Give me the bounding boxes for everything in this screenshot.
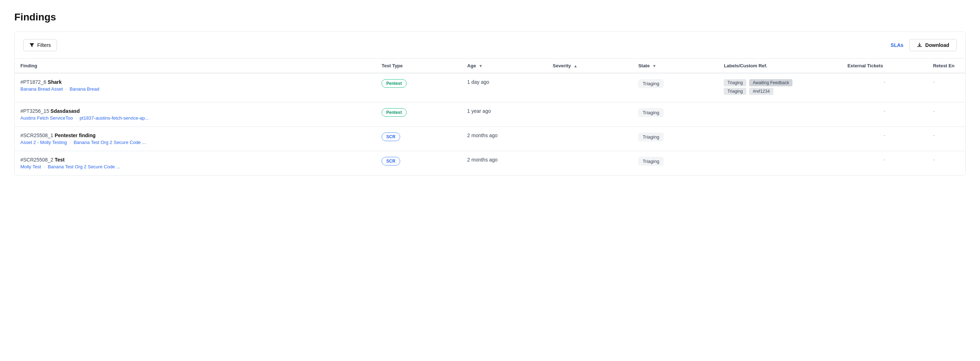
finding-cell-3: #SCR25508_1 Pentester finding Asset 2 - … bbox=[15, 127, 376, 151]
retest-cell-4: - bbox=[928, 151, 965, 176]
table-row: #SCR25508_2 Test Molly Test · Banana Tes… bbox=[15, 151, 965, 176]
severity-cell-4 bbox=[547, 151, 632, 176]
col-header-testtype: Test Type bbox=[376, 59, 461, 73]
finding-link2-3[interactable]: Banana Test Org 2 Secure Code ... bbox=[74, 140, 146, 145]
table-row: #PT3256_15 Sdasdasasd Austins Fetch Serv… bbox=[15, 102, 965, 127]
finding-link2-1[interactable]: Banana Bread bbox=[70, 86, 99, 92]
test-type-badge-1: Pentest bbox=[382, 79, 406, 88]
external-ticket-cell-3: - bbox=[842, 127, 928, 151]
finding-links-3: Asset 2 - Molly Testing · Banana Test Or… bbox=[21, 140, 370, 145]
severity-cell-3 bbox=[547, 127, 632, 151]
table-body: #PT1872_6 Shark Banana Bread Asset · Ban… bbox=[15, 73, 965, 175]
state-badge-4: Triaging bbox=[638, 157, 663, 166]
state-badge-3: Triaging bbox=[638, 133, 663, 141]
toolbar: Filters SLAs Download bbox=[15, 32, 965, 59]
external-ticket-cell-2: - bbox=[842, 102, 928, 127]
test-type-badge-3: SCR bbox=[382, 133, 400, 141]
finding-cell-1: #PT1872_6 Shark Banana Bread Asset · Ban… bbox=[15, 73, 376, 102]
finding-links-4: Molly Test · Banana Test Org 2 Secure Co… bbox=[21, 164, 370, 169]
col-header-retest: Retest En bbox=[928, 59, 965, 73]
age-cell-4: 2 months ago bbox=[461, 151, 547, 176]
finding-title-1: #PT1872_6 Shark bbox=[21, 79, 370, 85]
filter-button[interactable]: Filters bbox=[23, 39, 57, 51]
col-header-external: External Tickets bbox=[842, 59, 928, 73]
slas-link[interactable]: SLAs bbox=[891, 42, 904, 48]
age-cell-3: 2 months ago bbox=[461, 127, 547, 151]
finding-link1-2[interactable]: Austins Fetch ServiceToo bbox=[21, 115, 73, 121]
test-type-badge-4: SCR bbox=[382, 157, 400, 165]
finding-title-4: #SCR25508_2 Test bbox=[21, 157, 370, 163]
col-header-age[interactable]: Age ▼ bbox=[461, 59, 547, 73]
label-tag: Triaging bbox=[724, 88, 746, 95]
table-container: Finding Test Type Age ▼ Severity ▲ bbox=[15, 59, 965, 175]
age-cell-2: 1 year ago bbox=[461, 102, 547, 127]
finding-cell-2: #PT3256_15 Sdasdasasd Austins Fetch Serv… bbox=[15, 102, 376, 127]
finding-link2-4[interactable]: Banana Test Org 2 Secure Code ... bbox=[48, 164, 120, 169]
label-tag: Triaging bbox=[724, 79, 746, 86]
toolbar-left: Filters bbox=[23, 39, 57, 51]
label-tag: Awaiting Feedback bbox=[749, 79, 792, 86]
test-type-cell-1: Pentest bbox=[376, 73, 461, 102]
state-sort-icon: ▼ bbox=[652, 64, 656, 68]
test-type-cell-3: SCR bbox=[376, 127, 461, 151]
age-sort-icon: ▼ bbox=[479, 64, 483, 68]
severity-sort-icon: ▲ bbox=[574, 64, 578, 68]
test-type-cell-2: Pentest bbox=[376, 102, 461, 127]
labels-cell-1: Triaging Awaiting Feedback Triaging #ref… bbox=[718, 73, 842, 102]
download-icon bbox=[916, 42, 923, 48]
finding-link1-3[interactable]: Asset 2 - Molly Testing bbox=[21, 140, 67, 145]
state-cell-3: Triaging bbox=[632, 127, 718, 151]
table-row: #SCR25508_1 Pentester finding Asset 2 - … bbox=[15, 127, 965, 151]
state-badge-1: Triaging bbox=[638, 79, 663, 88]
finding-link2-2[interactable]: pt1837-austins-fetch-service-ap... bbox=[80, 115, 149, 121]
page-container: Findings Filters SLAs Downl bbox=[0, 0, 980, 187]
retest-cell-1: - bbox=[928, 73, 965, 102]
labels-cell-3 bbox=[718, 127, 842, 151]
finding-link1-4[interactable]: Molly Test bbox=[21, 164, 41, 169]
page-title: Findings bbox=[14, 11, 966, 23]
col-header-finding: Finding bbox=[15, 59, 376, 73]
finding-links-1: Banana Bread Asset · Banana Bread bbox=[21, 86, 370, 92]
finding-cell-4: #SCR25508_2 Test Molly Test · Banana Tes… bbox=[15, 151, 376, 176]
col-header-state[interactable]: State ▼ bbox=[632, 59, 718, 73]
finding-title-3: #SCR25508_1 Pentester finding bbox=[21, 133, 370, 138]
findings-card: Filters SLAs Download bbox=[14, 32, 966, 176]
table-header: Finding Test Type Age ▼ Severity ▲ bbox=[15, 59, 965, 73]
state-cell-1: Triaging bbox=[632, 73, 718, 102]
test-type-badge-2: Pentest bbox=[382, 108, 406, 117]
col-header-severity[interactable]: Severity ▲ bbox=[547, 59, 632, 73]
severity-cell-2 bbox=[547, 102, 632, 127]
label-tag: #ref1234 bbox=[749, 88, 773, 95]
table-row: #PT1872_6 Shark Banana Bread Asset · Ban… bbox=[15, 73, 965, 102]
findings-table: Finding Test Type Age ▼ Severity ▲ bbox=[15, 59, 965, 175]
col-header-labels: Labels/Custom Ref. bbox=[718, 59, 842, 73]
state-cell-2: Triaging bbox=[632, 102, 718, 127]
external-ticket-cell-4: - bbox=[842, 151, 928, 176]
finding-title-2: #PT3256_15 Sdasdasasd bbox=[21, 108, 370, 114]
retest-cell-2: - bbox=[928, 102, 965, 127]
state-cell-4: Triaging bbox=[632, 151, 718, 176]
download-button[interactable]: Download bbox=[909, 39, 957, 51]
state-badge-2: Triaging bbox=[638, 108, 663, 117]
age-cell-1: 1 day ago bbox=[461, 73, 547, 102]
retest-cell-3: - bbox=[928, 127, 965, 151]
finding-links-2: Austins Fetch ServiceToo · pt1837-austin… bbox=[21, 115, 370, 121]
filter-icon bbox=[29, 43, 34, 48]
labels-cell-4 bbox=[718, 151, 842, 176]
external-ticket-cell-1: - bbox=[842, 73, 928, 102]
toolbar-right: SLAs Download bbox=[891, 39, 957, 51]
finding-link1-1[interactable]: Banana Bread Asset bbox=[21, 86, 63, 92]
test-type-cell-4: SCR bbox=[376, 151, 461, 176]
labels-cell-2 bbox=[718, 102, 842, 127]
severity-cell-1 bbox=[547, 73, 632, 102]
